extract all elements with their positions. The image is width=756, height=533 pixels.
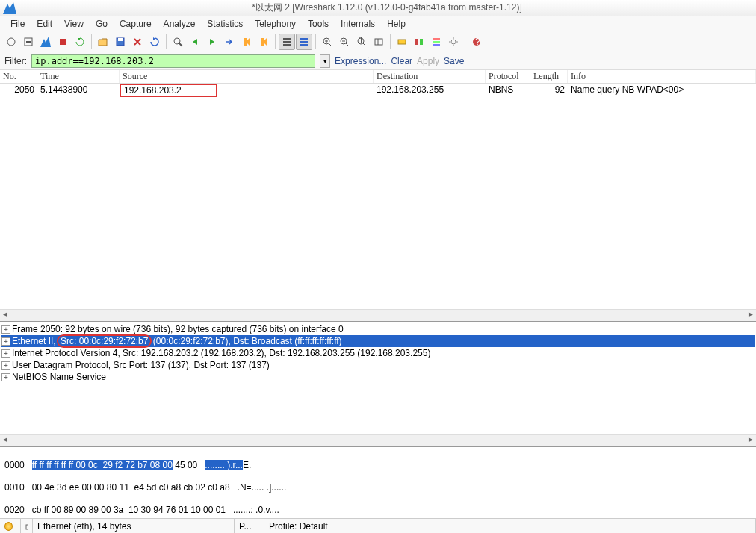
- cell-no: 2050: [0, 84, 37, 97]
- filter-save[interactable]: Save: [444, 56, 464, 66]
- menu-internals[interactable]: Internals: [336, 17, 379, 31]
- coloring-rules-icon[interactable]: [428, 34, 444, 50]
- zoom-reset-icon[interactable]: 1: [353, 34, 370, 50]
- app-icon: [3, 2, 16, 14]
- svg-rect-13: [300, 44, 308, 46]
- filter-clear[interactable]: Clear: [391, 56, 412, 66]
- col-length[interactable]: Length: [530, 70, 568, 83]
- menu-capture[interactable]: Capture: [115, 17, 156, 31]
- status-bar: Ethernet (eth), 14 bytes P... Profile: D…: [0, 518, 756, 533]
- svg-line-15: [329, 43, 332, 46]
- svg-text:1: 1: [359, 37, 364, 46]
- expand-icon[interactable]: +: [1, 373, 10, 381]
- col-time[interactable]: Time: [37, 70, 120, 83]
- last-icon[interactable]: [255, 34, 272, 50]
- expert-icon[interactable]: [21, 519, 33, 533]
- menu-analyze[interactable]: Analyze: [159, 17, 200, 31]
- expand-icon[interactable]: +: [1, 337, 10, 346]
- forward-icon[interactable]: [204, 34, 220, 50]
- tree-nbns[interactable]: +NetBIOS Name Service: [1, 371, 755, 383]
- expand-icon[interactable]: +: [1, 325, 10, 334]
- cell-protocol: NBNS: [486, 84, 530, 97]
- stop-capture-icon[interactable]: [55, 34, 71, 50]
- preferences-icon[interactable]: [445, 34, 462, 50]
- svg-rect-28: [420, 39, 423, 45]
- options-icon[interactable]: [20, 34, 37, 50]
- svg-rect-2: [26, 41, 31, 43]
- menu-file[interactable]: File: [6, 17, 29, 31]
- cell-time: 5.14438900: [37, 84, 120, 97]
- packet-details[interactable]: +Frame 2050: 92 bytes on wire (736 bits)…: [0, 321, 756, 434]
- hex-row[interactable]: 0000 ff ff ff ff ff ff 00 0c 29 f2 72 b7…: [4, 460, 752, 471]
- reload-icon[interactable]: [146, 34, 163, 50]
- hex-row[interactable]: 0020 cb ff 00 89 00 89 00 3a 10 30 94 76…: [4, 505, 752, 516]
- filter-dropdown[interactable]: ▾: [320, 54, 330, 68]
- capture-filters-icon[interactable]: [394, 34, 410, 50]
- menu-view[interactable]: View: [60, 17, 88, 31]
- restart-capture-icon[interactable]: [72, 34, 88, 50]
- tree-ethernet[interactable]: +Ethernet II, Src: 00:0c:29:f2:72:b7 (00…: [1, 335, 755, 347]
- status-eth: Ethernet (eth), 14 bytes: [33, 519, 235, 533]
- menu-statistics[interactable]: Statistics: [202, 17, 247, 31]
- status-orb[interactable]: [0, 519, 21, 533]
- expand-icon[interactable]: +: [1, 349, 10, 358]
- packet-list[interactable]: No. Time Source Destination Protocol Len…: [0, 70, 756, 309]
- filter-expression[interactable]: Expression...: [335, 56, 386, 66]
- svg-line-7: [179, 43, 182, 46]
- svg-rect-10: [283, 44, 291, 46]
- display-filters-icon[interactable]: [411, 34, 427, 50]
- svg-rect-35: [26, 525, 28, 529]
- svg-rect-8: [283, 38, 291, 40]
- help-icon[interactable]: ?: [468, 34, 485, 50]
- toolbar: 1 ?: [0, 31, 756, 52]
- details-scrollbar[interactable]: [0, 434, 756, 446]
- col-source[interactable]: Source: [120, 70, 374, 83]
- cell-length: 92: [530, 84, 568, 97]
- tree-ip[interactable]: +Internet Protocol Version 4, Src: 192.1…: [1, 347, 755, 359]
- svg-rect-31: [433, 44, 440, 46]
- goto-icon[interactable]: [221, 34, 238, 50]
- col-no[interactable]: No.: [0, 70, 37, 83]
- filter-input[interactable]: [31, 54, 315, 68]
- save-icon[interactable]: [112, 34, 128, 50]
- menu-go[interactable]: Go: [91, 17, 112, 31]
- filter-apply[interactable]: Apply: [417, 56, 439, 66]
- close-icon[interactable]: [129, 34, 146, 50]
- menu-help[interactable]: Help: [382, 17, 410, 31]
- back-icon[interactable]: [187, 34, 203, 50]
- packet-row[interactable]: 2050 5.14438900 192.168.203.2 192.168.20…: [0, 84, 756, 97]
- menu-edit[interactable]: Edit: [32, 17, 57, 31]
- colorize-icon[interactable]: [279, 34, 295, 50]
- menu-telephony[interactable]: Telephony: [250, 17, 300, 31]
- svg-rect-12: [300, 41, 308, 43]
- zoom-out-icon[interactable]: [336, 34, 353, 50]
- svg-rect-11: [300, 38, 308, 40]
- status-profile[interactable]: Profile: Default: [264, 519, 756, 533]
- open-icon[interactable]: [95, 34, 111, 50]
- title-bar: *以太网 2 [Wireshark 1.12.0 (v1.12.0-0-g4fa…: [0, 0, 756, 16]
- col-info[interactable]: Info: [568, 70, 756, 83]
- expand-icon[interactable]: +: [1, 361, 10, 370]
- col-protocol[interactable]: Protocol: [486, 70, 530, 83]
- filter-label: Filter:: [4, 56, 27, 66]
- hex-pane[interactable]: 0000 ff ff ff ff ff ff 00 0c 29 f2 72 b7…: [0, 446, 756, 518]
- svg-rect-26: [398, 40, 406, 44]
- find-icon[interactable]: [170, 34, 186, 50]
- cell-source: 192.168.203.2: [120, 84, 374, 97]
- tree-udp[interactable]: +User Datagram Protocol, Src Port: 137 (…: [1, 359, 755, 371]
- svg-line-19: [346, 43, 349, 46]
- interfaces-icon[interactable]: [3, 34, 19, 50]
- hex-row[interactable]: 0010 00 4e 3d ee 00 00 80 11 e4 5d c0 a8…: [4, 482, 752, 493]
- start-capture-icon[interactable]: [37, 34, 54, 50]
- first-icon[interactable]: [238, 34, 255, 50]
- cell-info: Name query NB WPAD<00>: [568, 84, 756, 97]
- packet-list-scrollbar[interactable]: [0, 309, 756, 321]
- svg-rect-24: [375, 39, 382, 45]
- zoom-in-icon[interactable]: [319, 34, 335, 50]
- resize-columns-icon[interactable]: [371, 34, 387, 50]
- tree-frame[interactable]: +Frame 2050: 92 bytes on wire (736 bits)…: [1, 323, 755, 335]
- highlight-src-mac: Src: 00:0c:29:f2:72:b7: [58, 336, 150, 346]
- autoscroll-icon[interactable]: [296, 34, 312, 50]
- menu-tools[interactable]: Tools: [303, 17, 333, 31]
- col-destination[interactable]: Destination: [374, 70, 486, 83]
